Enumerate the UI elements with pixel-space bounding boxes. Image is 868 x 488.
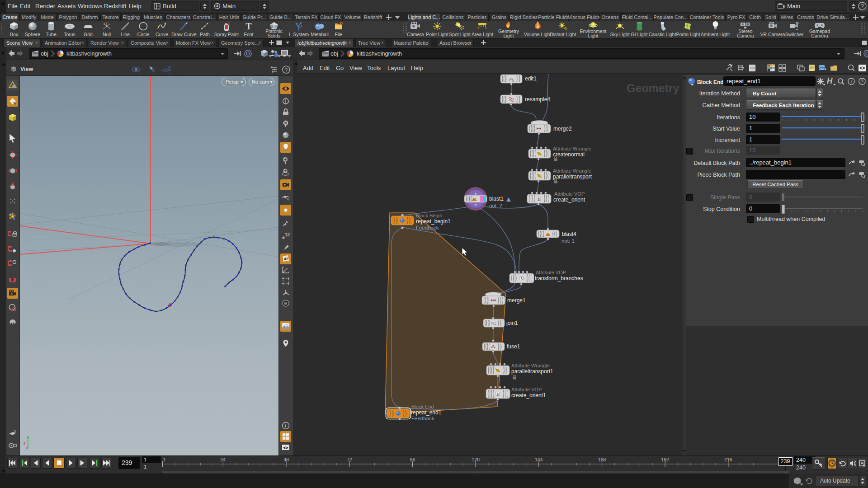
svg-text:i: i xyxy=(851,79,852,84)
svg-text:?: ? xyxy=(861,3,864,9)
svg-text:12: 12 xyxy=(285,232,290,237)
svg-text:T: T xyxy=(245,22,252,31)
svg-text:x: x xyxy=(26,446,28,450)
svg-text:z: z xyxy=(24,441,26,446)
svg-text:?: ? xyxy=(285,67,288,73)
svg-text:?: ? xyxy=(861,79,863,84)
svg-text:42: 42 xyxy=(284,257,288,261)
